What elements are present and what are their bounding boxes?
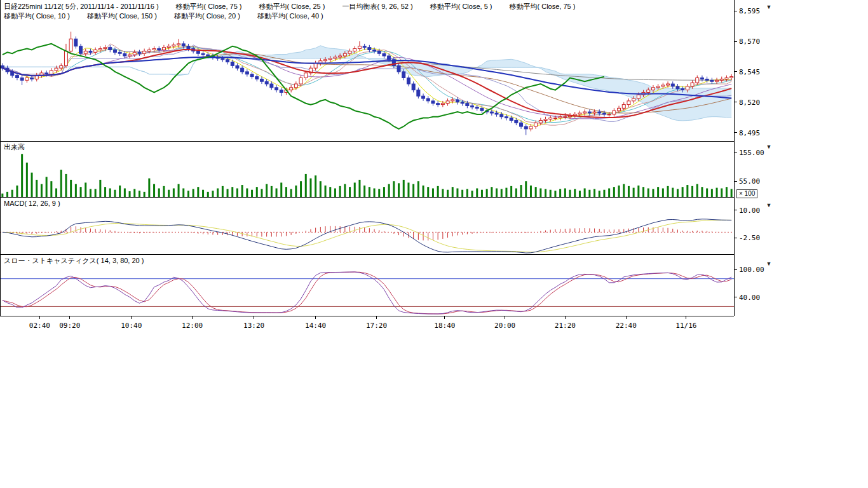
- axis-label: 8,570: [739, 37, 760, 46]
- axis-label: 22:40: [616, 322, 637, 330]
- value-axis: 8,5958,5708,5458,5208,495155.0055.0010.0…: [734, 7, 764, 302]
- legend-row-2: 移動平均( Close, 10 )移動平均( Close, 150 )移動平均(…: [4, 11, 341, 21]
- price-pane-menu-button[interactable]: ▼: [763, 3, 775, 11]
- legend-item: 移動平均( Close, 40 ): [257, 12, 323, 20]
- axis-label: 02:40: [29, 322, 50, 330]
- legend-row-1: 日経225mini 11/12( 5分, 2011/11/14 - 2011/1…: [4, 2, 592, 11]
- legend-item: 移動平均( Close, 20 ): [174, 12, 240, 20]
- legend-item: 移動平均( Close, 5 ): [430, 3, 492, 10]
- chart-canvas: 8,5958,5708,5458,5208,495155.0055.0010.0…: [0, 0, 782, 343]
- axis-label: 17:20: [366, 322, 387, 330]
- axis-label: 10.00: [739, 207, 760, 215]
- axis-label: 40.00: [739, 294, 760, 302]
- axis-label: 8,545: [739, 68, 760, 76]
- axis-label: -2.50: [739, 234, 760, 242]
- chart-window: 8,5958,5708,5458,5208,495155.0055.0010.0…: [0, 0, 868, 488]
- time-axis: 02:4009:2010:4012:0013:2014:4017:2018:40…: [29, 316, 697, 330]
- axis-label: 100.00: [739, 266, 764, 274]
- axis-label: 14:40: [305, 322, 326, 330]
- legend-item: 移動平均( Close, 10 ): [4, 12, 70, 20]
- axis-label: 20:00: [494, 322, 515, 330]
- axis-label: 12:00: [182, 322, 203, 330]
- axis-label: 8,520: [739, 98, 760, 107]
- axis-label: 155.00: [739, 149, 764, 157]
- macd-pane-label: MACD( 12, 26, 9 ): [4, 200, 60, 207]
- legend-item: 一目均衡表( 9, 26, 52 ): [342, 3, 412, 10]
- stoch-pane-menu-button[interactable]: ▼: [763, 260, 775, 268]
- axis-label: 55.00: [739, 177, 760, 186]
- axis-label: 18:40: [434, 322, 455, 330]
- ichimoku-cloud: [3, 46, 731, 121]
- legend-item: 移動平均( Close, 75 ): [176, 3, 242, 10]
- macd-pane-menu-button[interactable]: ▼: [763, 201, 775, 210]
- axis-label: 09:20: [59, 322, 80, 330]
- volume-multiplier-badge: × 100: [736, 189, 757, 198]
- axis-label: 11/16: [675, 322, 696, 330]
- stoch-pane-label: スロー・ストキャスティクス( 14, 3, 80, 20 ): [4, 256, 144, 266]
- stochastics-plot: [0, 272, 734, 314]
- legend-item: 移動平均( Close, 25 ): [259, 3, 325, 10]
- axis-label: 8,595: [739, 7, 760, 15]
- axis-label: 21:20: [555, 322, 576, 330]
- volume-bars: [1, 154, 732, 197]
- volume-pane-menu-button[interactable]: ▼: [763, 143, 775, 151]
- volume-pane-label: 出来高: [4, 142, 25, 152]
- legend-item: 日経225mini 11/12( 5分, 2011/11/14 - 2011/1…: [4, 3, 159, 10]
- macd-plot: [0, 219, 734, 253]
- axis-label: 10:40: [121, 322, 142, 330]
- legend-item: 移動平均( Close, 150 ): [87, 12, 157, 20]
- axis-label: 13:20: [243, 322, 264, 330]
- axis-label: 8,495: [739, 129, 760, 137]
- legend-item: 移動平均( Close, 75 ): [509, 3, 575, 10]
